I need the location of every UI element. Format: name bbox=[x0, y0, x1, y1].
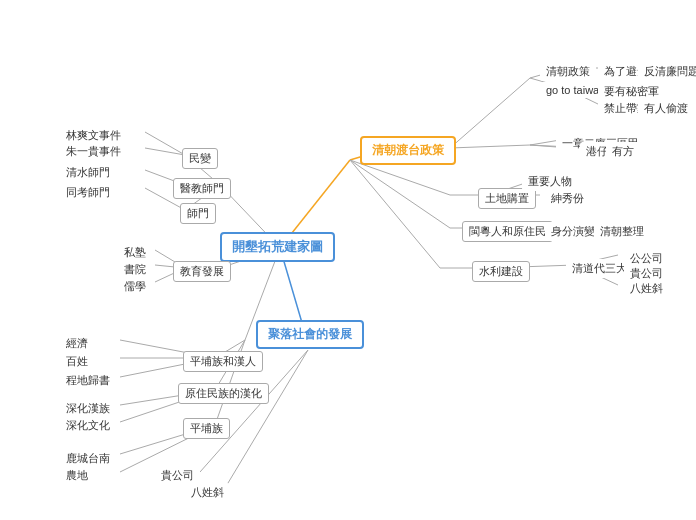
shenhuawenhua-label: 深化文化 bbox=[60, 416, 116, 435]
yuanzhu-label[interactable]: 原住民族的漢化 bbox=[178, 383, 269, 404]
fanqing-label: 反清廉問題 bbox=[638, 62, 696, 81]
xuanfu-label: 有方 bbox=[606, 142, 640, 161]
shoufen-label: 紳秀份 bbox=[545, 189, 590, 208]
baijia-label: 百姓 bbox=[60, 352, 94, 371]
yijiaoshuimen-label[interactable]: 醫教師門 bbox=[173, 178, 231, 199]
shuili-label[interactable]: 水利建設 bbox=[472, 261, 530, 282]
qingchaozhengli-label: 清朝整理 bbox=[594, 222, 650, 241]
yourenmao-label: 有人偷渡 bbox=[638, 99, 694, 118]
jiaoyu-label[interactable]: 教育發展 bbox=[173, 261, 231, 282]
qingshui-label: 清水師門 bbox=[60, 163, 116, 182]
jingji-label: 經濟 bbox=[60, 334, 94, 353]
svg-line-26 bbox=[450, 78, 530, 148]
nongdi-label: 農地 bbox=[60, 466, 94, 485]
shenshenbianhuan-label: 身分演變 bbox=[545, 222, 601, 241]
tongkao-label: 同考師門 bbox=[60, 183, 116, 202]
qingzhengfangzhen-label: 清朝政策 bbox=[540, 62, 596, 81]
hanminyuanzhu-label[interactable]: 閩粵人和原住民 bbox=[462, 221, 553, 242]
pingpuzu-label[interactable]: 平埔族 bbox=[183, 418, 230, 439]
central-node[interactable]: 開墾拓荒建家圖 bbox=[220, 232, 335, 262]
qingchao-node[interactable]: 清朝渡台政策 bbox=[360, 136, 456, 165]
gangzi-label: 八姓斜 bbox=[185, 483, 230, 502]
pingpu-label[interactable]: 平埔族和漢人 bbox=[183, 351, 263, 372]
tudigoumai-label[interactable]: 土地購置 bbox=[478, 188, 536, 209]
jucun-node[interactable]: 聚落社會的發展 bbox=[256, 320, 364, 349]
keju-label: 儒學 bbox=[118, 277, 152, 296]
svg-line-34 bbox=[450, 145, 530, 148]
chengdi-label: 程地歸書 bbox=[60, 371, 116, 390]
minbian-label[interactable]: 民變 bbox=[182, 148, 218, 169]
zhuyi-label: 朱一貴事件 bbox=[60, 142, 127, 161]
shimen-label[interactable]: 師門 bbox=[180, 203, 216, 224]
baxingsui-label: 八姓斜 bbox=[624, 279, 669, 298]
mindmap-canvas: 開墾拓荒建家圖 清朝渡台政策 聚落社會的發展 民變 醫教師門 師門 教育發展 平… bbox=[0, 0, 696, 520]
svg-line-42 bbox=[350, 160, 450, 228]
